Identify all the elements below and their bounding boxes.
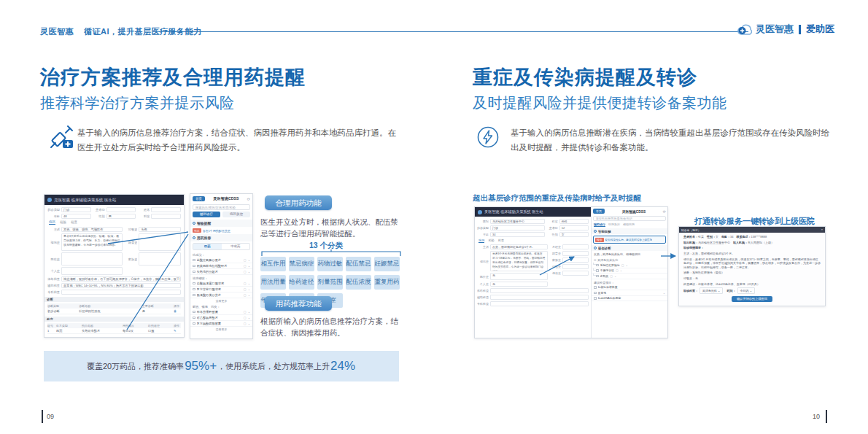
- specialty-exam-input[interactable]: [490, 301, 589, 306]
- cdss-search-input[interactable]: 搜索药品/疾病/症状/检查/检验: [193, 204, 250, 210]
- doc-icon[interactable]: ▢: [244, 270, 247, 274]
- check-item[interactable]: 抗核抗体谱检查: [592, 285, 667, 291]
- chevron-down-icon[interactable]: ⌄: [248, 270, 250, 274]
- present-illness-input[interactable]: 患者3个月前无明显诱因出现发热，体温在37.5~38度之间，无畏寒、寒战，面部颊…: [490, 251, 548, 271]
- close-icon[interactable]: ×: [821, 228, 823, 231]
- drug-item[interactable]: 布洛芬缓释胶囊▢⌄: [190, 309, 252, 315]
- rx-row[interactable]: 1 西药 头孢呋辛酯片 每日2次 口服 ✎: [47, 328, 181, 334]
- personal-history-input[interactable]: 无: [490, 282, 548, 287]
- chevron-down-icon[interactable]: ⌄: [626, 263, 628, 267]
- chief-complaint-input[interactable]: 发热，面部颊部红色皮疹5个月。: [490, 244, 548, 249]
- drug-item[interactable]: 头孢克肟分散片▢⌄: [190, 269, 252, 275]
- checkbox[interactable]: [193, 288, 195, 291]
- visit-type-select[interactable]: 门诊: [490, 225, 545, 230]
- tab-record-qc[interactable]: 病历质控: [222, 212, 250, 217]
- allergy-input[interactable]: 头孢: [139, 227, 181, 232]
- chevron-down-icon[interactable]: ⌄: [248, 316, 250, 319]
- checkbox[interactable]: [193, 271, 195, 274]
- family-history-input[interactable]: [139, 252, 181, 266]
- doc-icon[interactable]: ▢: [244, 310, 247, 314]
- chevron-down-icon[interactable]: ⌄: [614, 274, 616, 278]
- tab-exam[interactable]: 检查: [498, 239, 504, 243]
- doc-icon[interactable]: ▢: [244, 282, 247, 285]
- check-item[interactable]: 抗dsDNA抗体测定: [592, 296, 667, 302]
- doc-icon[interactable]: ▢: [616, 268, 619, 272]
- drug-item[interactable]: 对乙酰氨基酚片▢⌄: [190, 315, 252, 321]
- disease-item[interactable]: 系统性红斑狼疮▢⌄: [592, 263, 667, 268]
- physical-exam-input[interactable]: 神志清晰，双肺呼吸音粗，右下肺可闻及湿啰音，心律齐，无杂音，腹软无压痛，双下肢无…: [61, 276, 181, 282]
- chevron-down-icon[interactable]: ⌄: [248, 282, 250, 285]
- confirm-referral-button[interactable]: 确认并转诊到上级医院: [732, 296, 772, 302]
- refresh-icon[interactable]: ⟳: [247, 197, 250, 201]
- checkbox[interactable]: [193, 265, 195, 268]
- collapse-icon[interactable]: ⊟: [594, 258, 596, 262]
- doc-icon[interactable]: ▢: [244, 258, 247, 262]
- drug-item[interactable]: 阿莫西林克拉维酸钾片▢⌄: [190, 263, 252, 269]
- doc-icon[interactable]: ▢: [244, 264, 247, 268]
- check-item[interactable]: 血常规⌄: [592, 290, 667, 296]
- referral-time-select[interactable]: 今日内 ⌄: [737, 287, 755, 293]
- show-more-link[interactable]: 查看更多: [190, 298, 252, 303]
- checkbox[interactable]: [193, 259, 195, 262]
- dept-input[interactable]: 外科: [559, 219, 589, 224]
- checkbox[interactable]: [596, 269, 599, 272]
- physical-exam-input[interactable]: [490, 288, 589, 293]
- doc-icon[interactable]: ▢: [244, 293, 247, 297]
- chevron-down-icon[interactable]: ⌄: [620, 268, 622, 272]
- family-history-input[interactable]: [562, 257, 589, 263]
- seg-western-med[interactable]: 西药: [193, 244, 222, 249]
- aux-exam-input[interactable]: [490, 295, 589, 300]
- rx-type-select[interactable]: 西药: [56, 329, 82, 333]
- refresh-icon[interactable]: ⟳: [663, 209, 666, 214]
- chevron-down-icon[interactable]: ⌄: [248, 322, 250, 325]
- tab-assist-diagnosis[interactable]: 辅助诊疗: [594, 222, 605, 227]
- tab-similar-cases[interactable]: 相似病历: [623, 222, 635, 227]
- home-button[interactable]: 首页: [193, 196, 205, 201]
- genetic-history-input[interactable]: [562, 271, 589, 276]
- patient-id-input[interactable]: [106, 207, 136, 212]
- checkbox[interactable]: [596, 275, 599, 278]
- home-button[interactable]: 首页: [593, 209, 605, 214]
- rx-drug-name[interactable]: 头孢呋辛酯片: [82, 329, 123, 333]
- sex-select[interactable]: 女: [559, 232, 589, 237]
- doc-icon[interactable]: ▢: [610, 274, 613, 278]
- dept-input[interactable]: [151, 214, 181, 219]
- checkbox[interactable]: [193, 294, 195, 297]
- drug-item[interactable]: 盐酸氨溴索口服溶液▢⌄: [190, 281, 252, 287]
- disease-item[interactable]: 皮肌炎▢⌄: [592, 274, 667, 279]
- diagnosis-row[interactable]: 初步诊断 社区获得性肺炎 是 🗑: [47, 309, 181, 314]
- chevron-down-icon[interactable]: ⌄: [248, 258, 250, 262]
- tab-record-qc[interactable]: 病历质控: [608, 222, 620, 227]
- personal-history-input[interactable]: [61, 267, 123, 275]
- checkbox[interactable]: [596, 264, 599, 267]
- hospital-input[interactable]: 乌石镇社区卫生服务中心: [490, 219, 545, 224]
- drug-item[interactable]: 氢溴酸右美沙芬片▢⌄: [190, 292, 252, 298]
- doc-icon[interactable]: ▢: [244, 287, 247, 291]
- allergy-input[interactable]: [562, 264, 589, 269]
- doc-icon[interactable]: ▢: [244, 322, 247, 325]
- drug-warning-item[interactable]: 禁忌 存在1个用药配伍禁忌: [190, 227, 252, 234]
- chief-complaint-input[interactable]: 发热、咳嗽、咳痰、气喘阵作: [61, 227, 123, 232]
- sex-select[interactable]: 男: [106, 214, 136, 219]
- menstrual-history-input[interactable]: [562, 244, 589, 249]
- seg-chinese-med[interactable]: 中成药: [222, 244, 250, 249]
- tab-lab[interactable]: 检验: [488, 239, 494, 243]
- edit-icon[interactable]: ✎: [174, 329, 181, 333]
- checkbox[interactable]: [594, 292, 597, 295]
- present-illness-input[interactable]: 患者3天前受凉后出现发热、咳嗽、咳痰，最高体温38.5度，伴气喘、乏力，自服药物…: [61, 233, 123, 251]
- tab-record[interactable]: 病历: [49, 220, 55, 225]
- age-input[interactable]: 34: [490, 232, 545, 237]
- visit-type-select[interactable]: 门诊: [61, 207, 91, 212]
- specialty-exam-input[interactable]: [61, 290, 181, 295]
- drug-item[interactable]: 复方氨酚烷胺胶囊▢⌄: [190, 321, 252, 327]
- checkbox[interactable]: [594, 286, 597, 289]
- marital-history-input[interactable]: [562, 251, 589, 256]
- age-input[interactable]: 48: [61, 214, 91, 219]
- disease-item[interactable]: 干燥综合征▢⌄: [592, 268, 667, 274]
- tab-assist-diagnosis[interactable]: 辅助诊疗: [193, 212, 220, 217]
- checkbox[interactable]: [193, 282, 195, 285]
- tab-record[interactable]: 病历: [478, 239, 484, 243]
- chevron-down-icon[interactable]: ⌄: [248, 264, 250, 268]
- aux-exam-input[interactable]: 血常规：WBC 14×10^9/L，N% 80%；胸片示右下肺渗出影: [61, 283, 181, 288]
- delete-icon[interactable]: 🗑: [174, 309, 181, 313]
